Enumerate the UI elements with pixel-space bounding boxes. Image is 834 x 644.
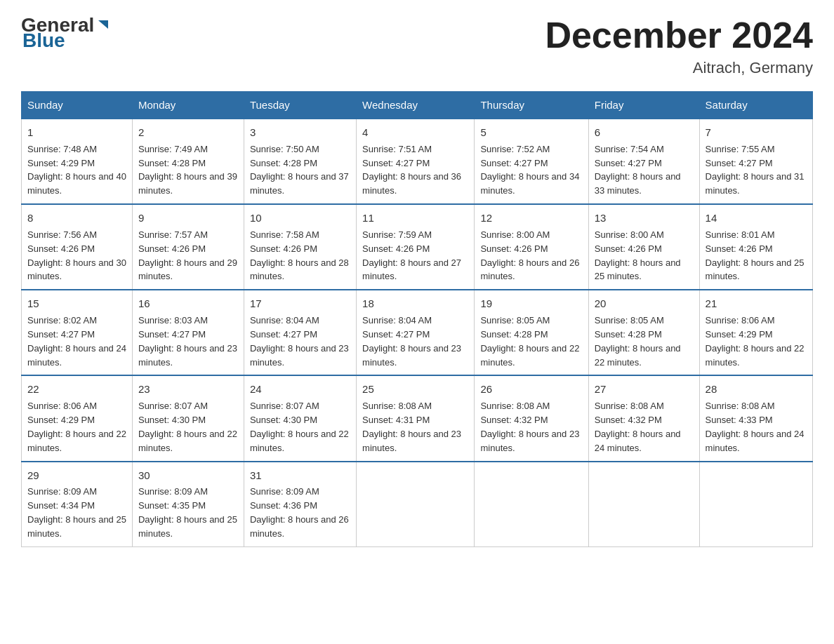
day-number: 12 [480, 210, 582, 226]
day-number: 9 [138, 210, 238, 226]
calendar-body: 1 Sunrise: 7:48 AMSunset: 4:29 PMDayligh… [22, 119, 813, 546]
day-cell: 23 Sunrise: 8:07 AMSunset: 4:30 PMDaylig… [132, 375, 244, 461]
day-info: Sunrise: 7:59 AMSunset: 4:26 PMDaylight:… [362, 229, 461, 282]
day-number: 6 [595, 125, 694, 140]
day-info: Sunrise: 8:03 AMSunset: 4:27 PMDaylight:… [138, 315, 237, 368]
day-cell: 30 Sunrise: 8:09 AMSunset: 4:35 PMDaylig… [132, 462, 244, 547]
calendar-subtitle: Aitrach, Germany [545, 59, 813, 77]
header-row: SundayMondayTuesdayWednesdayThursdayFrid… [22, 92, 813, 119]
day-info: Sunrise: 7:52 AMSunset: 4:27 PMDaylight:… [480, 144, 579, 196]
day-info: Sunrise: 7:55 AMSunset: 4:27 PMDaylight:… [706, 144, 805, 196]
header-col-thursday: Thursday [475, 92, 588, 119]
day-info: Sunrise: 7:51 AMSunset: 4:27 PMDaylight:… [362, 144, 461, 196]
day-cell: 10 Sunrise: 7:58 AMSunset: 4:26 PMDaylig… [244, 204, 356, 290]
day-info: Sunrise: 8:04 AMSunset: 4:27 PMDaylight:… [250, 315, 349, 368]
day-cell: 22 Sunrise: 8:06 AMSunset: 4:29 PMDaylig… [22, 375, 133, 461]
day-number: 28 [706, 382, 807, 397]
day-cell: 7 Sunrise: 7:55 AMSunset: 4:27 PMDayligh… [699, 119, 812, 204]
logo-arrow-icon [95, 18, 111, 33]
day-cell: 16 Sunrise: 8:03 AMSunset: 4:27 PMDaylig… [132, 290, 244, 375]
day-cell: 14 Sunrise: 8:01 AMSunset: 4:26 PMDaylig… [699, 204, 812, 290]
day-info: Sunrise: 7:49 AMSunset: 4:28 PMDaylight:… [138, 144, 237, 196]
day-number: 11 [362, 210, 468, 226]
day-cell: 25 Sunrise: 8:08 AMSunset: 4:31 PMDaylig… [357, 375, 475, 461]
day-number: 7 [706, 125, 807, 140]
day-info: Sunrise: 8:08 AMSunset: 4:32 PMDaylight:… [480, 401, 579, 453]
day-cell: 5 Sunrise: 7:52 AMSunset: 4:27 PMDayligh… [475, 119, 588, 204]
day-number: 17 [250, 296, 350, 311]
day-number: 16 [138, 296, 238, 311]
day-cell: 18 Sunrise: 8:04 AMSunset: 4:27 PMDaylig… [357, 290, 475, 375]
header-col-monday: Monday [132, 92, 244, 119]
day-number: 25 [362, 382, 468, 397]
logo-blue-text: Blue [22, 29, 65, 51]
header-col-friday: Friday [588, 92, 699, 119]
day-number: 5 [480, 125, 582, 140]
day-cell: 31 Sunrise: 8:09 AMSunset: 4:36 PMDaylig… [244, 462, 356, 547]
day-number: 31 [250, 468, 350, 483]
day-cell: 19 Sunrise: 8:05 AMSunset: 4:28 PMDaylig… [475, 290, 588, 375]
day-cell: 17 Sunrise: 8:04 AMSunset: 4:27 PMDaylig… [244, 290, 356, 375]
day-cell [357, 462, 475, 547]
day-number: 27 [595, 382, 694, 397]
day-cell: 9 Sunrise: 7:57 AMSunset: 4:26 PMDayligh… [132, 204, 244, 290]
day-number: 3 [250, 125, 350, 140]
day-number: 15 [27, 296, 126, 311]
day-info: Sunrise: 8:06 AMSunset: 4:29 PMDaylight:… [27, 401, 126, 453]
day-info: Sunrise: 8:04 AMSunset: 4:27 PMDaylight:… [362, 315, 461, 368]
day-cell: 24 Sunrise: 8:07 AMSunset: 4:30 PMDaylig… [244, 375, 356, 461]
day-info: Sunrise: 8:07 AMSunset: 4:30 PMDaylight:… [138, 401, 237, 453]
day-cell: 15 Sunrise: 8:02 AMSunset: 4:27 PMDaylig… [22, 290, 133, 375]
day-cell [699, 462, 812, 547]
day-cell: 28 Sunrise: 8:08 AMSunset: 4:33 PMDaylig… [699, 375, 812, 461]
calendar-title: December 2024 [545, 14, 813, 56]
day-info: Sunrise: 8:07 AMSunset: 4:30 PMDaylight:… [250, 401, 349, 453]
day-number: 20 [595, 296, 694, 311]
day-cell: 27 Sunrise: 8:08 AMSunset: 4:32 PMDaylig… [588, 375, 699, 461]
day-info: Sunrise: 8:08 AMSunset: 4:31 PMDaylight:… [362, 401, 461, 453]
day-cell: 26 Sunrise: 8:08 AMSunset: 4:32 PMDaylig… [475, 375, 588, 461]
day-cell: 12 Sunrise: 8:00 AMSunset: 4:26 PMDaylig… [475, 204, 588, 290]
day-cell: 8 Sunrise: 7:56 AMSunset: 4:26 PMDayligh… [22, 204, 133, 290]
day-cell: 21 Sunrise: 8:06 AMSunset: 4:29 PMDaylig… [699, 290, 812, 375]
day-info: Sunrise: 7:54 AMSunset: 4:27 PMDaylight:… [595, 144, 681, 196]
header-col-tuesday: Tuesday [244, 92, 356, 119]
day-info: Sunrise: 7:58 AMSunset: 4:26 PMDaylight:… [250, 229, 349, 282]
day-cell: 1 Sunrise: 7:48 AMSunset: 4:29 PMDayligh… [22, 119, 133, 204]
header-col-saturday: Saturday [699, 92, 812, 119]
week-row-3: 15 Sunrise: 8:02 AMSunset: 4:27 PMDaylig… [22, 290, 813, 375]
day-number: 26 [480, 382, 582, 397]
day-info: Sunrise: 7:56 AMSunset: 4:26 PMDaylight:… [27, 229, 126, 282]
day-number: 29 [27, 468, 126, 483]
day-info: Sunrise: 8:02 AMSunset: 4:27 PMDaylight:… [27, 315, 126, 368]
header-col-wednesday: Wednesday [357, 92, 475, 119]
title-block: December 2024 Aitrach, Germany [545, 14, 813, 77]
svg-marker-0 [98, 20, 108, 29]
day-number: 22 [27, 382, 126, 397]
day-number: 21 [706, 296, 807, 311]
day-number: 4 [362, 125, 468, 140]
day-number: 2 [138, 125, 238, 140]
day-info: Sunrise: 7:50 AMSunset: 4:28 PMDaylight:… [250, 144, 349, 196]
day-info: Sunrise: 8:06 AMSunset: 4:29 PMDaylight:… [706, 315, 805, 368]
day-cell: 20 Sunrise: 8:05 AMSunset: 4:28 PMDaylig… [588, 290, 699, 375]
day-cell: 29 Sunrise: 8:09 AMSunset: 4:34 PMDaylig… [22, 462, 133, 547]
day-info: Sunrise: 8:05 AMSunset: 4:28 PMDaylight:… [480, 315, 579, 368]
day-cell: 3 Sunrise: 7:50 AMSunset: 4:28 PMDayligh… [244, 119, 356, 204]
day-cell: 13 Sunrise: 8:00 AMSunset: 4:26 PMDaylig… [588, 204, 699, 290]
day-cell: 11 Sunrise: 7:59 AMSunset: 4:26 PMDaylig… [357, 204, 475, 290]
day-number: 19 [480, 296, 582, 311]
week-row-5: 29 Sunrise: 8:09 AMSunset: 4:34 PMDaylig… [22, 462, 813, 547]
day-cell: 4 Sunrise: 7:51 AMSunset: 4:27 PMDayligh… [357, 119, 475, 204]
day-info: Sunrise: 8:09 AMSunset: 4:36 PMDaylight:… [250, 486, 349, 539]
day-info: Sunrise: 7:48 AMSunset: 4:29 PMDaylight:… [27, 144, 126, 196]
day-info: Sunrise: 8:09 AMSunset: 4:35 PMDaylight:… [138, 486, 237, 539]
day-number: 13 [595, 210, 694, 226]
day-info: Sunrise: 8:01 AMSunset: 4:26 PMDaylight:… [706, 229, 805, 282]
day-number: 10 [250, 210, 350, 226]
week-row-4: 22 Sunrise: 8:06 AMSunset: 4:29 PMDaylig… [22, 375, 813, 461]
day-info: Sunrise: 8:00 AMSunset: 4:26 PMDaylight:… [595, 229, 681, 282]
day-info: Sunrise: 8:08 AMSunset: 4:33 PMDaylight:… [706, 401, 805, 453]
day-cell: 2 Sunrise: 7:49 AMSunset: 4:28 PMDayligh… [132, 119, 244, 204]
day-number: 18 [362, 296, 468, 311]
